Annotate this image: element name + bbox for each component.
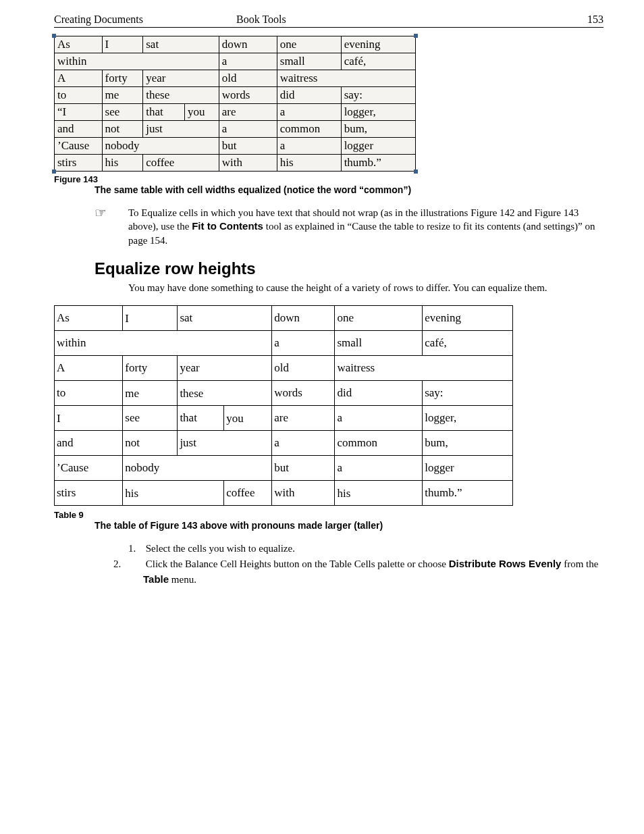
cell: one <box>335 306 423 331</box>
table-row: within a small café, <box>55 53 416 70</box>
cell: thumb.” <box>341 155 415 172</box>
cell: old <box>219 70 277 87</box>
cell: a <box>277 138 341 155</box>
table-row: ’Cause nobody but a logger <box>55 456 513 481</box>
pointing-hand-icon: ☞ <box>95 206 128 247</box>
instruction-steps: 1. Select the cells you wish to equalize… <box>128 542 603 587</box>
cell: his <box>277 155 341 172</box>
figure-caption: The same table with cell widths equalize… <box>95 184 603 195</box>
cell: logger <box>423 456 513 481</box>
cell: “I <box>55 104 103 121</box>
cell: bum, <box>423 431 513 456</box>
cell: and <box>55 121 103 138</box>
cell: just <box>143 121 219 138</box>
cell: say: <box>423 381 513 406</box>
step-number: 2. <box>128 557 143 572</box>
cell: logger, <box>341 104 415 121</box>
step-text: Click the Balance Cell Heights button on… <box>146 558 449 569</box>
cell: that <box>178 406 224 431</box>
cell: say: <box>341 87 415 104</box>
cell: logger <box>341 138 415 155</box>
cell: not <box>123 431 178 456</box>
cell: within <box>55 331 272 356</box>
selection-handle-icon <box>52 34 56 38</box>
step-text: from the <box>561 558 598 569</box>
cell: you <box>185 104 219 121</box>
cell: sat <box>178 306 272 331</box>
cell: ’Cause <box>55 138 103 155</box>
cell: with <box>272 481 335 506</box>
table-row: “I see that you are a logger, <box>55 104 416 121</box>
cell: and <box>55 431 123 456</box>
note-body: To Equalize cells in which you have text… <box>128 206 603 247</box>
cell: thumb.” <box>423 481 513 506</box>
cell: café, <box>341 53 415 70</box>
header-center: Book Tools <box>236 14 419 26</box>
cell: did <box>277 87 341 104</box>
cell: these <box>178 381 272 406</box>
table-row: to me these words did say: <box>55 381 513 406</box>
page-header: Creating Documents Book Tools 153 <box>54 14 603 28</box>
cell: words <box>219 87 277 104</box>
table-label: Table 9 <box>54 510 603 520</box>
table-row: As I sat down one evening <box>55 306 513 331</box>
cell: you <box>224 406 272 431</box>
table-row: As I sat down one evening <box>55 36 416 53</box>
cell: a <box>335 406 423 431</box>
table-row: stirs his coffee with his thumb.” <box>55 481 513 506</box>
step-1: 1. Select the cells you wish to equalize… <box>128 542 603 556</box>
cell: a <box>219 53 277 70</box>
cell: As <box>55 306 123 331</box>
cell: small <box>277 53 341 70</box>
cell: stirs <box>55 481 123 506</box>
cell: words <box>272 381 335 406</box>
step-number: 1. <box>128 542 143 556</box>
cell: small <box>335 331 423 356</box>
cell: logger, <box>423 406 513 431</box>
cell: forty <box>123 356 178 381</box>
cell: stirs <box>55 155 103 172</box>
table-row: and not just a common bum, <box>55 121 416 138</box>
cell: are <box>272 406 335 431</box>
cell: just <box>178 431 272 456</box>
cell: sat <box>143 36 219 53</box>
cell: evening <box>341 36 415 53</box>
cell: with <box>219 155 277 172</box>
cell: but <box>219 138 277 155</box>
cell: a <box>219 121 277 138</box>
cell: I <box>123 306 178 331</box>
cell: nobody <box>102 138 219 155</box>
cell: his <box>335 481 423 506</box>
selection-handle-icon <box>414 34 418 38</box>
cell: coffee <box>143 155 219 172</box>
cell: waitress <box>335 356 513 381</box>
cell: A <box>55 70 103 87</box>
cell: see <box>123 406 178 431</box>
cell: waitress <box>277 70 415 87</box>
cell: his <box>102 155 143 172</box>
selection-handle-icon <box>414 170 418 174</box>
header-left: Creating Documents <box>54 14 236 26</box>
table-row: I see that you are a logger, <box>55 406 513 431</box>
cell: down <box>219 36 277 53</box>
menu-item-name: Distribute Rows Evenly <box>449 558 562 569</box>
document-page: Creating Documents Book Tools 153 As I s… <box>0 0 644 614</box>
cell: a <box>335 456 423 481</box>
cell: year <box>143 70 219 87</box>
cell: a <box>272 331 335 356</box>
table-row: and not just a common bum, <box>55 431 513 456</box>
section-heading: Equalize row heights <box>95 259 603 278</box>
callout-note: ☞ To Equalize cells in which you have te… <box>95 206 603 247</box>
selection-handle-icon <box>52 170 56 174</box>
menu-name: Table <box>143 573 169 585</box>
cell: see <box>102 104 143 121</box>
table-row: within a small café, <box>55 331 513 356</box>
cell: that <box>143 104 185 121</box>
table-9: As I sat down one evening within a small… <box>54 305 513 506</box>
cell: to <box>55 381 123 406</box>
section-intro: You may have done something to cause the… <box>128 281 603 294</box>
step-text: Select the cells you wish to equalize. <box>146 543 295 554</box>
cell: I <box>55 406 123 431</box>
cell: café, <box>423 331 513 356</box>
table-row: stirs his coffee with his thumb.” <box>55 155 416 172</box>
